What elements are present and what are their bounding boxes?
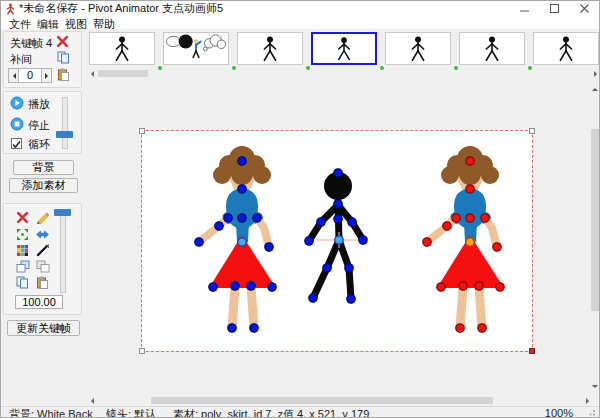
status-background: 背景: White Back [9,407,93,418]
status-figure-info: 素材: poly_skirt, id 7, z值 4, x 521, y 179 [173,407,369,418]
frame-marker-dot [232,66,236,70]
frame-marker-dot [380,66,384,70]
canvas-resize-handle-bl[interactable] [139,348,145,354]
tween-increase-button[interactable] [41,68,52,83]
delete-keyframe-icon[interactable] [56,35,69,48]
timeline-frame-1[interactable] [89,32,155,65]
canvas-resize-handle-tl[interactable] [139,128,145,134]
close-icon [580,4,589,13]
flip-figure-icon[interactable] [36,228,49,241]
close-button[interactable] [569,1,599,16]
canvas-vscroll-thumb[interactable] [591,129,599,311]
frame-marker-dot [528,66,532,70]
timeline-frame-6[interactable] [459,32,525,65]
maximize-button[interactable] [539,1,569,16]
timeline-frame-7[interactable] [533,32,599,65]
timeline-scroll-left-arrow[interactable] [87,69,97,78]
center-figure-icon[interactable] [16,228,29,241]
figure-scale-slider-track[interactable] [60,210,66,293]
resize-grip-icon[interactable] [587,410,596,418]
loop-label: 循环 [28,137,50,152]
frame-marker-dot [158,66,162,70]
timeline-frame-5[interactable] [385,32,451,65]
minimize-icon [520,4,529,13]
app-icon [6,3,15,15]
statusbar: 背景: White Back 镜头: 默认 素材: poly_skirt, id… [1,406,599,418]
play-label: 播放 [28,97,50,112]
canvas-scroll-up-arrow[interactable] [589,84,600,94]
paste-figure-icon[interactable] [36,276,49,289]
figure-color-palette-icon[interactable] [16,244,29,257]
figure-stickman-center[interactable] [305,169,367,303]
menubar: 文件 编辑 视图 帮助 [1,16,599,30]
canvas-resize-handle-tr[interactable] [529,128,535,134]
play-icon [10,96,24,110]
stop-button[interactable]: 停止 [10,117,55,132]
frame-marker-dot [306,66,310,70]
keyframe-panel: 关键帧 4 补间 0 [3,31,82,88]
speed-slider-thumb[interactable] [56,131,73,138]
timeline-frame-4[interactable] [311,32,377,65]
copy-keyframe-icon[interactable] [57,51,70,64]
tween-decrease-button[interactable] [8,68,19,83]
speed-slider-track[interactable] [62,97,68,149]
checkmark-icon [12,140,21,149]
paste-keyframe-icon[interactable] [57,68,70,81]
canvas-hscroll-thumb[interactable] [151,397,493,404]
timeline [86,29,600,82]
send-to-back-icon[interactable] [36,260,50,273]
window-title: *未命名保存 - Pivot Animator 支点动画师5 [19,1,223,16]
bring-to-front-icon[interactable] [16,260,30,273]
add-figure-button[interactable]: 添加素材 [9,178,78,193]
figure-woman-right[interactable] [423,146,504,332]
keyframe-label: 关键帧 4 [10,36,52,51]
sidebar: 关键帧 4 补间 0 [1,29,87,406]
pivot-animator-window: *未命名保存 - Pivot Animator 支点动画师5 文件 编辑 视图 … [0,0,600,418]
timeline-frame-3[interactable] [237,32,303,65]
stop-icon [10,117,24,131]
canvas-scroll-right-arrow[interactable] [582,396,592,405]
stop-label: 停止 [28,118,50,133]
figure-woman-left[interactable] [195,146,276,332]
play-button[interactable]: 播放 [10,96,55,111]
canvas-scroll-down-arrow[interactable] [589,381,600,391]
minimize-button[interactable] [509,1,539,16]
canvas-area [86,81,600,396]
canvas-hscrollbar [86,396,600,406]
animation-canvas[interactable] [142,131,532,351]
figures-layer[interactable] [142,131,532,351]
tween-label: 补间 [10,52,32,67]
figure-scale-input[interactable] [15,295,63,309]
tween-value[interactable]: 0 [19,68,41,83]
titlebar: *未命名保存 - Pivot Animator 支点动画师5 [1,1,599,16]
copy-figure-icon[interactable] [16,276,29,289]
tween-spinner: 0 [8,68,52,83]
scale-segment-icon[interactable] [36,244,49,257]
canvas-resize-handle-br[interactable] [529,348,535,354]
timeline-scroll-right-arrow[interactable] [590,69,600,78]
edit-figure-pencil-icon[interactable] [36,211,49,224]
playback-panel: 播放 停止 循环 [3,91,82,154]
loop-checkbox[interactable] [11,138,22,149]
timeline-scroll-thumb[interactable] [98,70,148,77]
background-button[interactable]: 背景 [13,160,74,175]
canvas-scroll-left-arrow[interactable] [87,396,97,405]
status-zoom-level: 100% [545,407,573,418]
figure-tools-panel [3,203,82,315]
figure-scale-slider-thumb[interactable] [54,209,71,216]
update-keyframe-button[interactable]: 更新关键帧 [7,320,80,336]
delete-figure-icon[interactable] [16,211,29,224]
status-camera: 镜头: 默认 [106,407,156,418]
timeline-frame-2[interactable] [163,32,229,65]
frame-marker-dot [454,66,458,70]
maximize-icon [550,4,559,13]
